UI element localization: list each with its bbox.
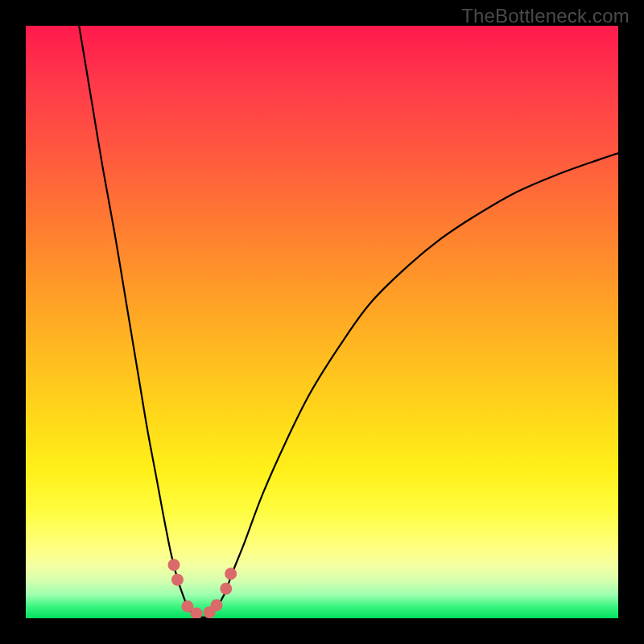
- chart-marker: [168, 559, 180, 571]
- chart-marker: [210, 599, 222, 611]
- chart-marker: [220, 583, 232, 595]
- bottleneck-curve: [79, 26, 618, 617]
- chart-markers: [168, 559, 237, 618]
- chart-svg: [26, 26, 618, 618]
- chart-curve: [79, 26, 618, 617]
- chart-marker: [171, 574, 184, 586]
- watermark-text: TheBottleneck.com: [461, 5, 630, 27]
- chart-marker: [225, 568, 237, 580]
- chart-frame: TheBottleneck.com: [0, 0, 644, 644]
- chart-plot-area: [26, 26, 618, 618]
